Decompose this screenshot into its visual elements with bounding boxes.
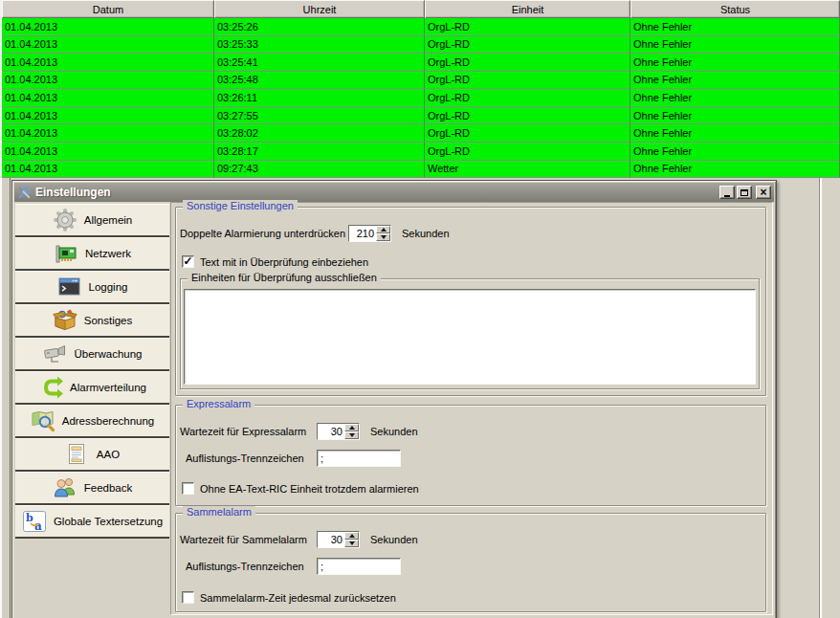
sidebar-item-ueberwachung[interactable]: Überwachung xyxy=(15,338,169,371)
column-header-status[interactable]: Status xyxy=(630,0,840,18)
sidebar-item-label: Feedback xyxy=(84,482,133,494)
suppress-seconds-spinner: 210 xyxy=(348,225,391,242)
express-alarm-anyway-checkbox[interactable] xyxy=(182,482,194,495)
sidebar-item-alarmverteilung[interactable]: Alarmverteilung xyxy=(15,371,169,405)
window-controls xyxy=(719,186,771,199)
sammel-separator-input[interactable] xyxy=(317,558,401,575)
log-cell: 03:28:17 xyxy=(214,143,425,161)
settings-sidebar: AllgemeinNetzwerkLoggingSonstigesÜberwac… xyxy=(15,204,169,539)
log-row[interactable]: 01.04.201309:27:43WetterOhne Fehler xyxy=(2,161,840,179)
text-replace-icon: ba xyxy=(22,509,47,534)
log-cell: 03:26:11 xyxy=(214,89,425,107)
spin-up-button[interactable] xyxy=(344,532,359,540)
log-row[interactable]: 01.04.201303:28:02OrgL-RDOhne Fehler xyxy=(2,124,840,143)
express-separator-input[interactable] xyxy=(317,450,401,467)
spin-down-button[interactable] xyxy=(344,540,359,547)
log-row[interactable]: 01.04.201303:25:26OrgL-RDOhne Fehler xyxy=(2,18,840,36)
log-cell: 03:25:41 xyxy=(214,54,425,72)
background-window-right-edge xyxy=(819,178,822,618)
sidebar-item-feedback[interactable]: Feedback xyxy=(15,472,169,505)
log-row[interactable]: 01.04.201303:25:41OrgL-RDOhne Fehler xyxy=(2,54,840,72)
log-cell: OrgL-RD xyxy=(425,107,630,125)
dialog-title: Einstellungen xyxy=(35,186,716,199)
include-text-label[interactable]: Text mit in Überprüfung einbeziehen xyxy=(200,256,368,268)
log-cell: Ohne Fehler xyxy=(630,89,840,107)
sammel-reset-row: Sammelalarm-Zeit jedesmal zurücksetzen xyxy=(182,591,396,604)
log-row[interactable]: 01.04.201303:26:11OrgL-RDOhne Fehler xyxy=(2,89,840,107)
close-button[interactable] xyxy=(756,186,771,199)
spinner-buttons xyxy=(344,424,359,439)
log-cell: Ohne Fehler xyxy=(630,54,840,72)
group-einheiten-ausschliessen: Einheiten für Überprüfung ausschließen xyxy=(180,278,760,389)
background-window-left-edge xyxy=(0,178,11,618)
sammel-wait-value[interactable]: 30 xyxy=(318,532,344,547)
log-cell: 01.04.2013 xyxy=(2,54,214,72)
column-header-einheit[interactable]: Einheit xyxy=(425,0,630,18)
sidebar-item-label: Überwachung xyxy=(75,348,143,360)
log-row[interactable]: 01.04.201303:27:55OrgL-RDOhne Fehler xyxy=(2,107,840,125)
gear-icon xyxy=(53,208,77,232)
log-cell: OrgL-RD xyxy=(425,143,630,161)
maximize-icon xyxy=(741,189,748,196)
sammel-reset-label[interactable]: Sammelalarm-Zeit jedesmal zurücksetzen xyxy=(200,592,396,604)
einstellungen-dialog: Einstellungen AllgemeinNetzwerkLoggingSo… xyxy=(11,180,777,618)
seconds-unit-label: Sekunden xyxy=(370,534,418,545)
group-sammelalarm: Sammelalarm Wartezeit für Sammelalarm 30… xyxy=(175,513,766,612)
group-expressalarm: Expressalarm Wartezeit für Expressalarm … xyxy=(175,405,766,506)
console-icon xyxy=(57,275,82,299)
log-cell: 03:25:48 xyxy=(214,72,425,90)
sammel-reset-checkbox[interactable] xyxy=(182,591,194,604)
log-row[interactable]: 01.04.201303:25:48OrgL-RDOhne Fehler xyxy=(2,72,840,90)
exclude-units-textarea[interactable] xyxy=(184,289,756,385)
group-sonstige-einstellungen: Sonstige Einstellungen Doppelte Alarmier… xyxy=(175,207,766,396)
sammel-separator-label: Auflistungs-Trennzeichen xyxy=(186,561,317,572)
spin-up-button[interactable] xyxy=(376,226,390,233)
sidebar-item-label: Sonstiges xyxy=(84,315,133,326)
minimize-icon xyxy=(724,195,730,197)
log-cell: Wetter xyxy=(425,161,630,179)
sidebar-item-label: Logging xyxy=(89,281,128,293)
column-header-uhrzeit[interactable]: Uhrzeit xyxy=(214,0,425,18)
log-cell: 03:25:26 xyxy=(214,18,425,36)
log-cell: Ohne Fehler xyxy=(630,124,840,143)
spin-down-button[interactable] xyxy=(344,431,359,439)
log-cell: 01.04.2013 xyxy=(2,89,214,107)
log-cell: Ohne Fehler xyxy=(630,107,840,125)
sidebar-item-label: Globale Textersetzung xyxy=(54,516,163,527)
sidebar-item-netzwerk[interactable]: Netzwerk xyxy=(15,237,169,271)
express-wait-label: Wartezeit für Expressalarm xyxy=(180,426,317,437)
arrow-up-icon xyxy=(381,225,387,232)
sidebar-item-allgemein[interactable]: Allgemein xyxy=(15,204,169,237)
log-cell: Ohne Fehler xyxy=(630,143,840,161)
sidebar-item-label: AAO xyxy=(97,449,120,460)
log-table-body: 01.04.201303:25:26OrgL-RDOhne Fehler01.0… xyxy=(2,18,840,178)
spin-down-button[interactable] xyxy=(376,233,390,241)
suppress-seconds-value[interactable]: 210 xyxy=(349,226,376,241)
log-row[interactable]: 01.04.201303:28:17OrgL-RDOhne Fehler xyxy=(2,143,840,161)
sidebar-item-aao[interactable]: AAO xyxy=(15,438,169,472)
group-title: Sonstige Einstellungen xyxy=(183,200,298,211)
sidebar-item-adressberechnung[interactable]: Adressberechnung xyxy=(15,405,169,438)
include-text-checkbox[interactable] xyxy=(182,255,194,268)
column-header-datum[interactable]: Datum xyxy=(2,0,214,18)
express-wait-row: Wartezeit für Expressalarm 30 Sekunden xyxy=(180,423,418,440)
log-row[interactable]: 01.04.201303:25:33OrgL-RDOhne Fehler xyxy=(2,36,840,55)
network-card-icon xyxy=(54,241,78,266)
sidebar-item-logging[interactable]: Logging xyxy=(15,271,169,304)
include-text-row: Text mit in Überprüfung einbeziehen xyxy=(182,255,368,268)
dialog-titlebar[interactable]: Einstellungen xyxy=(14,183,774,202)
minimize-button[interactable] xyxy=(719,186,735,199)
spin-up-button[interactable] xyxy=(344,424,359,431)
log-cell: 01.04.2013 xyxy=(2,72,214,90)
exclude-units-title: Einheiten für Überprüfung ausschließen xyxy=(188,272,381,283)
seconds-unit-label: Sekunden xyxy=(402,228,450,239)
express-alarm-anyway-label[interactable]: Ohne EA-Text-RIC Einheit trotzdem alarmi… xyxy=(200,483,419,495)
log-cell: 03:27:55 xyxy=(214,107,425,125)
sidebar-item-sonstiges[interactable]: Sonstiges xyxy=(15,304,169,338)
express-wait-value[interactable]: 30 xyxy=(318,424,344,439)
maximize-button[interactable] xyxy=(737,186,752,199)
sidebar-item-globale-textersetzung[interactable]: baGlobale Textersetzung xyxy=(15,505,169,539)
arrow-up-icon xyxy=(349,423,355,430)
express-separator-row: Auflistungs-Trennzeichen xyxy=(186,450,401,467)
arrow-down-icon xyxy=(349,433,355,440)
